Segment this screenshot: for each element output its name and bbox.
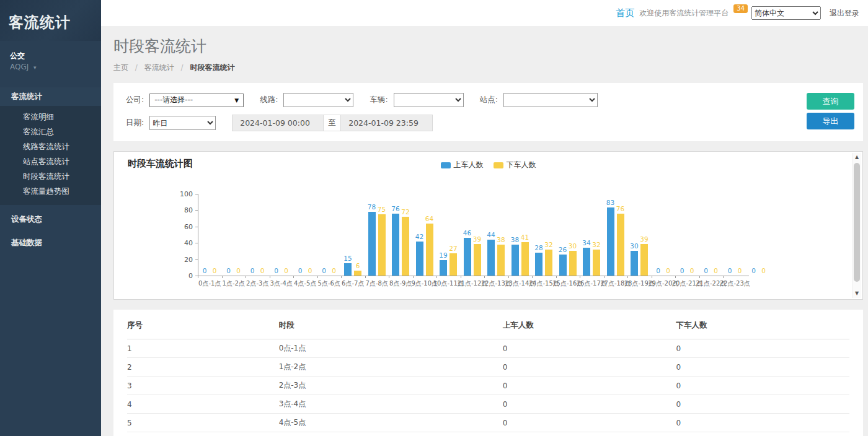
bar-value-label: 41: [517, 233, 533, 241]
date-start-input[interactable]: 2024-01-09 00:00: [232, 115, 324, 131]
x-axis-tick: [246, 276, 246, 278]
sidebar-subitem[interactable]: 线路客流统计: [0, 139, 101, 154]
table-cell: 4点-5点: [279, 414, 503, 432]
table-header-cell: 上车人数: [503, 312, 676, 339]
table-cell: 0: [503, 395, 676, 414]
table-body: 10点-1点0021点-2点0032点-3点0043点-4点0054点-5点00…: [127, 339, 849, 436]
station-select[interactable]: [503, 93, 598, 107]
table-row: 65点-6点00: [127, 432, 849, 436]
query-button[interactable]: 查询: [807, 93, 854, 110]
x-axis-tick: [461, 276, 461, 278]
x-axis-category-label: 0点-1点: [198, 279, 221, 288]
table-cell: 2: [127, 358, 279, 377]
company-select[interactable]: ---请选择--- ▼: [149, 94, 244, 107]
table-cell: 3点-4点: [279, 395, 503, 414]
line-select[interactable]: [283, 93, 353, 107]
line-label: 线路:: [260, 95, 278, 105]
y-axis-tick-label: 20: [174, 256, 193, 264]
export-button[interactable]: 导出: [807, 113, 854, 129]
table-cell: 0: [503, 358, 676, 377]
sidebar-submenu: 客流明细客流汇总线路客流统计站点客流统计时段客流统计客流量趋势图: [0, 106, 101, 205]
breadcrumb-parent[interactable]: 客流统计: [144, 63, 174, 72]
sidebar-subitem[interactable]: 客流明细: [0, 110, 101, 124]
logout-link[interactable]: 退出登录: [830, 8, 859, 19]
table-cell: 5点-6点: [279, 432, 503, 436]
filter-row-2: 日期: 昨日 2024-01-09 00:00 至 2024-01-09 23:…: [126, 115, 789, 131]
sidebar-item[interactable]: 基础数据: [0, 233, 101, 252]
main-area: 首页 欢迎使用客流统计管理平台 34 简体中文 退出登录 时段客流统计 主页 /…: [101, 0, 868, 436]
bar-value-label: 6: [350, 262, 366, 269]
legend-swatch-yellow: [494, 162, 503, 168]
chart-bar: [368, 212, 376, 276]
chart-bar: [392, 214, 399, 276]
x-axis-category-label: 7点-8点: [366, 279, 388, 288]
y-axis-tick-label: 40: [174, 239, 193, 247]
chart-bar: [416, 242, 423, 276]
table-cell: 5: [127, 414, 279, 432]
table-cell: 3: [127, 377, 279, 395]
caret-down-icon: ▾: [33, 64, 37, 71]
chart-bar: [487, 240, 495, 276]
chart-title: 时段车流统计图: [128, 158, 193, 170]
chart-bar: [497, 245, 505, 276]
vehicle-label: 车辆:: [370, 95, 388, 105]
scrollbar-thumb[interactable]: [854, 163, 860, 282]
x-axis-tick: [293, 276, 294, 278]
sidebar-subitem[interactable]: 站点客流统计: [0, 154, 101, 169]
org-code-label: AQGJ: [10, 63, 29, 71]
x-axis-tick: [627, 276, 628, 278]
date-end-input[interactable]: 2024-01-09 23:59: [341, 115, 433, 131]
chart-bar: [474, 244, 481, 276]
dropdown-caret-icon: ▼: [234, 97, 239, 103]
y-axis-line: [198, 194, 198, 276]
sidebar-item[interactable]: 客流统计: [0, 87, 101, 106]
scroll-down-icon[interactable]: ▼: [852, 289, 861, 298]
org-name: 公交: [10, 51, 101, 61]
chart-bar: [607, 207, 614, 276]
table-header-cell: 时段: [279, 312, 503, 339]
table-cell: 0: [676, 377, 849, 395]
x-axis-tick: [317, 276, 318, 278]
sidebar-subitem[interactable]: 时段客流统计: [0, 169, 101, 184]
sidebar-subitem[interactable]: 客流汇总: [0, 124, 101, 139]
chart-bar: [583, 248, 590, 276]
breadcrumb-current: 时段客流统计: [190, 63, 234, 72]
table-header-cell: 序号: [127, 312, 279, 339]
x-axis-tick: [198, 276, 198, 278]
table-header-cell: 下车人数: [676, 312, 849, 339]
date-to-label: 至: [324, 115, 341, 131]
x-axis-tick: [222, 276, 223, 278]
breadcrumb-home[interactable]: 主页: [113, 63, 128, 72]
notification-badge[interactable]: 34: [733, 4, 748, 13]
org-code-dropdown[interactable]: AQGJ ▾: [10, 63, 101, 71]
scroll-up-icon[interactable]: ▲: [852, 153, 861, 162]
legend-swatch-blue: [441, 162, 451, 168]
y-axis-tick-label: 60: [174, 223, 193, 231]
time-period-table: 序号时段上车人数下车人数 10点-1点0021点-2点0032点-3点0043点…: [127, 312, 849, 436]
table-cell: 2点-3点: [279, 377, 503, 395]
x-axis-tick: [723, 276, 724, 278]
x-axis-line: [198, 276, 749, 276]
table-row: 10点-1点00: [127, 339, 849, 358]
date-preset-select[interactable]: 昨日: [149, 116, 216, 130]
x-axis-tick: [604, 276, 604, 278]
legend-item-alighting[interactable]: 下车人数: [494, 160, 536, 170]
x-axis-tick: [580, 276, 580, 278]
topbar: 首页 欢迎使用客流统计管理平台 34 简体中文 退出登录: [101, 0, 868, 26]
x-axis-category-label: 3点-4点: [270, 279, 293, 288]
bar-value-label: 76: [613, 205, 629, 212]
table-cell: 0: [503, 414, 676, 432]
legend-item-boarding[interactable]: 上车人数: [441, 160, 484, 170]
sidebar-subitem[interactable]: 客流量趋势图: [0, 184, 101, 199]
table-cell: 0: [676, 432, 849, 436]
sidebar-item[interactable]: 设备状态: [0, 210, 101, 229]
table-cell: 0: [503, 432, 676, 436]
chart-vertical-scrollbar[interactable]: ▲ ▼: [852, 153, 861, 298]
x-axis-tick: [532, 276, 533, 278]
chart-bar: [545, 250, 552, 276]
date-label: 日期:: [126, 118, 144, 128]
vehicle-select[interactable]: [394, 93, 464, 107]
home-link[interactable]: 首页: [616, 7, 634, 19]
language-select[interactable]: 简体中文: [751, 6, 821, 20]
x-axis-category-label: 1点-2点: [223, 279, 245, 288]
